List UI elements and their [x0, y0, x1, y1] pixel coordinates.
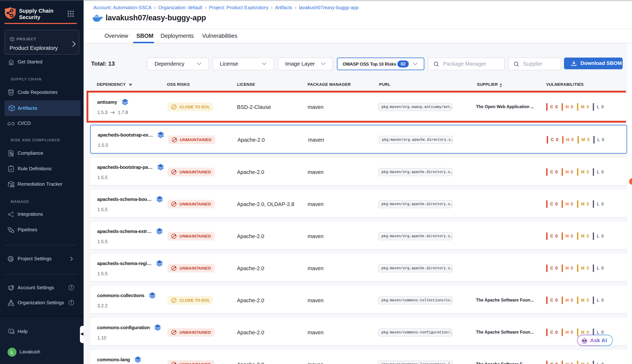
svg-text:?: ? — [10, 330, 12, 333]
